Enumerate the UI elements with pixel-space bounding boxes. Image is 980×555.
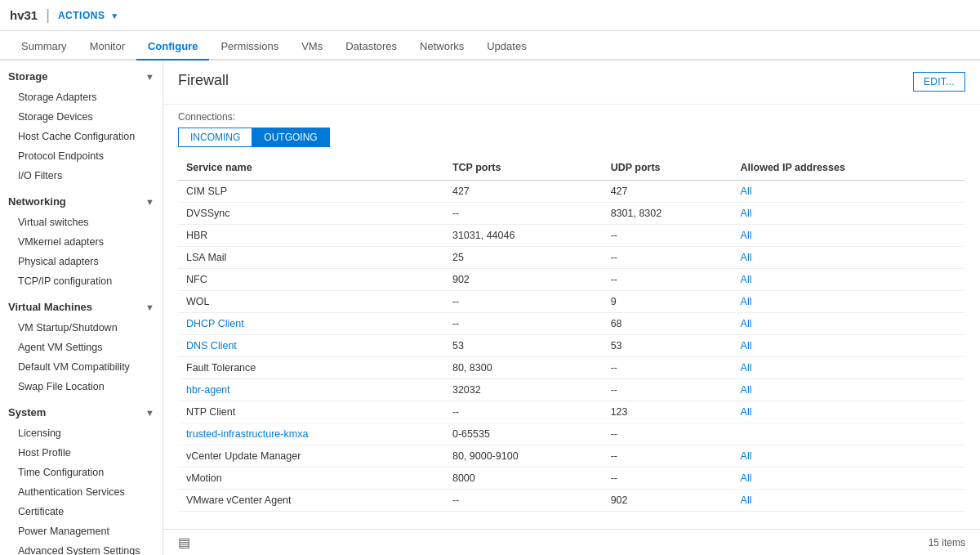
- table-row: Fault Tolerance80, 8300--All: [178, 357, 965, 379]
- col-allowed-ip: Allowed IP addresses: [733, 155, 965, 181]
- table-row: WOL--9All: [178, 291, 965, 313]
- cell-service-name: WOL: [178, 291, 444, 313]
- sidebar-item-swap-file-location[interactable]: Swap File Location: [0, 377, 163, 396]
- content-area: Firewall EDIT... Connections: INCOMING O…: [163, 60, 980, 555]
- cell-tcp-ports: 53: [444, 335, 603, 357]
- cell-allowed-ip[interactable]: All: [733, 490, 965, 512]
- tab-updates[interactable]: Updates: [475, 34, 537, 60]
- sidebar-item-certificate[interactable]: Certificate: [0, 502, 163, 521]
- sidebar-section-system[interactable]: System ▼: [0, 400, 163, 423]
- sidebar-item-power-management[interactable]: Power Management: [0, 521, 163, 541]
- cell-tcp-ports: --: [444, 401, 603, 423]
- sidebar-item-io-filters[interactable]: I/O Filters: [0, 166, 163, 186]
- cell-allowed-ip[interactable]: All: [733, 203, 965, 225]
- firewall-title: Firewall: [178, 72, 229, 96]
- cell-allowed-ip[interactable]: All: [733, 225, 965, 247]
- sidebar-item-host-profile[interactable]: Host Profile: [0, 443, 163, 463]
- columns-icon[interactable]: ▤: [178, 535, 190, 550]
- table-row: CIM SLP427427All: [178, 181, 965, 203]
- cell-tcp-ports: 8000: [444, 468, 603, 490]
- sidebar-item-host-cache-config[interactable]: Host Cache Configuration: [0, 127, 163, 146]
- tab-vms[interactable]: VMs: [290, 34, 334, 60]
- cell-allowed-ip[interactable]: All: [733, 379, 965, 401]
- cell-service-name: VMware vCenter Agent: [178, 490, 444, 512]
- header-separator: |: [46, 7, 50, 24]
- cell-service-name[interactable]: DNS Client: [178, 335, 444, 357]
- sidebar-item-time-configuration[interactable]: Time Configuration: [0, 463, 163, 482]
- cell-allowed-ip[interactable]: All: [733, 335, 965, 357]
- firewall-header: Firewall EDIT...: [163, 60, 980, 105]
- cell-allowed-ip[interactable]: All: [733, 269, 965, 291]
- cell-tcp-ports: 80, 9000-9100: [444, 445, 603, 468]
- sidebar-item-physical-adapters[interactable]: Physical adapters: [0, 252, 163, 271]
- cell-udp-ports: --: [603, 445, 733, 468]
- cell-service-name: HBR: [178, 225, 444, 247]
- sidebar-item-licensing[interactable]: Licensing: [0, 423, 163, 443]
- sidebar-item-storage-devices[interactable]: Storage Devices: [0, 107, 163, 127]
- cell-allowed-ip[interactable]: All: [733, 247, 965, 269]
- tab-networks[interactable]: Networks: [408, 34, 475, 60]
- chevron-down-icon: ▼: [145, 197, 154, 207]
- header: hv31 | ACTIONS ▼: [0, 0, 980, 31]
- cell-udp-ports: --: [603, 225, 733, 247]
- table-row: NFC902--All: [178, 269, 965, 291]
- outgoing-button[interactable]: OUTGOING: [252, 128, 329, 147]
- actions-caret-icon: ▼: [110, 11, 118, 20]
- col-udp-ports: UDP ports: [603, 155, 733, 181]
- sidebar-section-storage[interactable]: Storage ▼: [0, 64, 163, 87]
- sidebar-item-vm-startup-shutdown[interactable]: VM Startup/Shutdown: [0, 318, 163, 338]
- cell-udp-ports: 902: [603, 490, 733, 512]
- cell-allowed-ip[interactable]: All: [733, 181, 965, 203]
- sidebar-item-default-vm-compatibility[interactable]: Default VM Compatibility: [0, 357, 163, 377]
- cell-tcp-ports: 25: [444, 247, 603, 269]
- host-name: hv31: [10, 8, 38, 22]
- cell-allowed-ip[interactable]: All: [733, 357, 965, 379]
- cell-service-name[interactable]: trusted-infrastructure-kmxa: [178, 423, 444, 445]
- table-row: NTP Client--123All: [178, 401, 965, 423]
- cell-allowed-ip[interactable]: All: [733, 313, 965, 335]
- table-row: trusted-infrastructure-kmxa0-65535--: [178, 423, 965, 445]
- table-row: VMware vCenter Agent--902All: [178, 490, 965, 512]
- cell-allowed-ip[interactable]: All: [733, 401, 965, 423]
- cell-udp-ports: 53: [603, 335, 733, 357]
- firewall-table-container: Service name TCP ports UDP ports Allowed…: [163, 155, 980, 529]
- sidebar-section-networking[interactable]: Networking ▼: [0, 189, 163, 213]
- cell-allowed-ip[interactable]: All: [733, 468, 965, 490]
- sidebar-item-storage-adapters[interactable]: Storage Adapters: [0, 87, 163, 107]
- cell-allowed-ip: [733, 423, 965, 445]
- sidebar-item-agent-vm-settings[interactable]: Agent VM Settings: [0, 338, 163, 357]
- tab-summary[interactable]: Summary: [10, 34, 78, 60]
- tab-datastores[interactable]: Datastores: [334, 34, 408, 60]
- connections-buttons: INCOMING OUTGOING: [163, 128, 980, 155]
- cell-udp-ports: --: [603, 269, 733, 291]
- cell-service-name: NTP Client: [178, 401, 444, 423]
- cell-service-name[interactable]: DHCP Client: [178, 313, 444, 335]
- cell-tcp-ports: --: [444, 313, 603, 335]
- tab-configure[interactable]: Configure: [136, 34, 209, 60]
- cell-service-name: DVSSync: [178, 203, 444, 225]
- actions-button[interactable]: ACTIONS ▼: [58, 10, 119, 21]
- cell-tcp-ports: 902: [444, 269, 603, 291]
- tab-monitor[interactable]: Monitor: [78, 34, 136, 60]
- cell-tcp-ports: 427: [444, 181, 603, 203]
- tab-permissions[interactable]: Permissions: [209, 34, 290, 60]
- incoming-button[interactable]: INCOMING: [178, 128, 252, 147]
- table-row: DHCP Client--68All: [178, 313, 965, 335]
- edit-button[interactable]: EDIT...: [913, 72, 965, 92]
- sidebar-item-authentication-services[interactable]: Authentication Services: [0, 482, 163, 502]
- table-row: LSA Mail25--All: [178, 247, 965, 269]
- cell-udp-ports: --: [603, 423, 733, 445]
- cell-allowed-ip[interactable]: All: [733, 291, 965, 313]
- cell-service-name: LSA Mail: [178, 247, 444, 269]
- sidebar-item-tcpip-configuration[interactable]: TCP/IP configuration: [0, 271, 163, 291]
- sidebar-section-virtual-machines[interactable]: Virtual Machines ▼: [0, 294, 163, 318]
- sidebar: Storage ▼ Storage Adapters Storage Devic…: [0, 60, 163, 555]
- cell-udp-ports: 8301, 8302: [603, 203, 733, 225]
- sidebar-item-vmkernel-adapters[interactable]: VMkernel adapters: [0, 232, 163, 252]
- sidebar-item-protocol-endpoints[interactable]: Protocol Endpoints: [0, 146, 163, 166]
- sidebar-item-advanced-system-settings[interactable]: Advanced System Settings: [0, 541, 163, 555]
- sidebar-item-virtual-switches[interactable]: Virtual switches: [0, 213, 163, 232]
- cell-service-name[interactable]: hbr-agent: [178, 379, 444, 401]
- cell-udp-ports: 68: [603, 313, 733, 335]
- cell-allowed-ip[interactable]: All: [733, 445, 965, 468]
